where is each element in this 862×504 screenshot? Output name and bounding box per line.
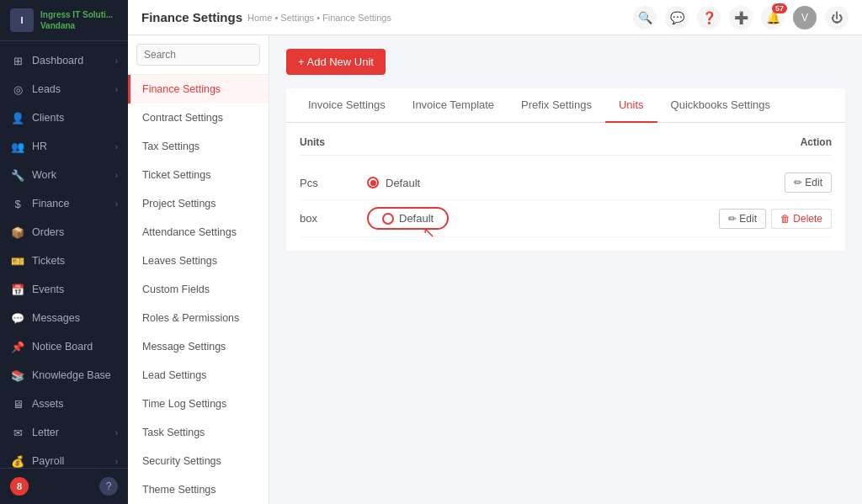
edit-button[interactable]: ✏ Edit	[785, 172, 832, 193]
sidebar-item-dashboard[interactable]: ⊞ Dashboard ›	[0, 46, 128, 75]
settings-nav-attendance-settings[interactable]: Attendance Settings	[128, 218, 269, 247]
sidebar-item-label: Letter	[32, 427, 115, 438]
sidebar-item-tickets[interactable]: 🎫 Tickets	[0, 247, 128, 275]
brand-icon: I	[10, 8, 34, 32]
settings-nav-custom-fields[interactable]: Custom Fields	[128, 275, 269, 304]
payroll-icon: 💰	[10, 454, 25, 468]
unit-name: box	[300, 212, 367, 225]
tab-units[interactable]: Units	[605, 88, 657, 123]
power-icon[interactable]: ⏻	[825, 6, 849, 29]
sidebar-count-badge: 8	[10, 477, 29, 496]
settings-nav-leaves-settings[interactable]: Leaves Settings	[128, 247, 269, 275]
sidebar-item-orders[interactable]: 📦 Orders	[0, 218, 128, 247]
tab-prefix-settings[interactable]: Prefix Settings	[508, 88, 605, 123]
settings-nav-task-settings[interactable]: Task Settings	[128, 418, 269, 447]
sidebar-item-payroll[interactable]: 💰 Payroll ›	[0, 447, 128, 468]
settings-nav-roles-permissions[interactable]: Roles & Permissions	[128, 304, 269, 332]
events-icon: 📅	[10, 282, 25, 297]
edit-button[interactable]: ✏ Edit	[719, 209, 766, 229]
sidebar-item-label: Finance	[32, 198, 115, 210]
brand-name: Ingress IT Soluti...	[40, 9, 113, 20]
table-row: Pcs Default ✏ Edit	[300, 166, 832, 200]
dashboard-icon: ⊞	[10, 53, 25, 68]
settings-nav-contract-settings[interactable]: Contract Settings	[128, 103, 269, 132]
sidebar-bottom: 8 ?	[0, 468, 128, 504]
topbar-left: Finance Settings Home • Settings • Finan…	[141, 10, 391, 24]
sidebar-navigation: ⊞ Dashboard › ◎ Leads › 👤 Clients 👥 HR ›…	[0, 41, 128, 468]
units-table: Units Action Pcs Default ✏ Edit box Defa…	[286, 123, 845, 251]
chevron-right-icon: ›	[115, 142, 118, 151]
breadcrumb: Home • Settings • Finance Settings	[247, 13, 391, 23]
chevron-right-icon: ›	[115, 199, 118, 209]
chevron-right-icon: ›	[115, 56, 118, 66]
settings-nav-security-settings[interactable]: Security Settings	[128, 447, 269, 475]
tab-quickbooks-settings[interactable]: Quickbooks Settings	[657, 88, 785, 123]
sidebar-item-label: Dashboard	[32, 55, 115, 66]
settings-nav-project-settings[interactable]: Project Settings	[128, 189, 269, 218]
tab-bar: Invoice SettingsInvoice TemplatePrefix S…	[286, 88, 845, 123]
sidebar-item-assets[interactable]: 🖥 Assets	[0, 390, 128, 418]
unit-radio-wrap: Default ↖	[367, 207, 719, 230]
sidebar: I Ingress IT Soluti... Vandana ⊞ Dashboa…	[0, 0, 128, 504]
sidebar-item-label: Orders	[32, 226, 118, 238]
sidebar-item-work[interactable]: 🔧 Work ›	[0, 161, 128, 189]
sidebar-item-clients[interactable]: 👤 Clients	[0, 103, 128, 132]
orders-icon: 📦	[10, 225, 25, 240]
radio-button-filled[interactable]	[367, 177, 379, 188]
default-label: Default	[399, 212, 434, 225]
sidebar-item-leads[interactable]: ◎ Leads ›	[0, 75, 128, 103]
settings-nav-time-log-settings[interactable]: Time Log Settings	[128, 390, 269, 418]
sidebar-item-label: Knowledge Base	[32, 369, 118, 381]
sidebar-item-hr[interactable]: 👥 HR ›	[0, 132, 128, 161]
settings-nav-message-settings[interactable]: Message Settings	[128, 332, 269, 361]
table-row: box Default ↖ ✏ Edit 🗑 Delete	[300, 200, 832, 237]
messages-icon: 💬	[10, 310, 25, 326]
units-rows: Pcs Default ✏ Edit box Default ↖ ✏ Edit …	[300, 166, 832, 237]
sidebar-item-label: Work	[32, 169, 115, 181]
topbar: Finance Settings Home • Settings • Finan…	[128, 0, 862, 35]
radio-button[interactable]	[382, 213, 394, 225]
help-circle-icon[interactable]: ❓	[697, 6, 721, 29]
tab-invoice-settings[interactable]: Invoice Settings	[295, 88, 399, 123]
settings-nav-lead-settings[interactable]: Lead Settings	[128, 361, 269, 390]
main-panel: + Add New Unit Invoice SettingsInvoice T…	[269, 35, 862, 504]
sidebar-item-messages[interactable]: 💬 Messages	[0, 304, 128, 332]
settings-nav-tax-settings[interactable]: Tax Settings	[128, 132, 269, 161]
bell-icon[interactable]: 🔔 57	[761, 6, 785, 29]
notification-badge: 57	[772, 3, 787, 13]
units-table-header: Units Action	[300, 136, 832, 156]
sidebar-item-label: Events	[32, 284, 118, 295]
settings-nav-ticket-settings[interactable]: Ticket Settings	[128, 161, 269, 189]
chat-icon[interactable]: 💬	[665, 6, 689, 29]
chevron-right-icon: ›	[115, 85, 118, 94]
sidebar-item-label: Assets	[32, 398, 118, 410]
sidebar-brand: I Ingress IT Soluti... Vandana	[0, 0, 128, 41]
add-new-unit-button[interactable]: + Add New Unit	[286, 49, 386, 75]
sidebar-item-label: Messages	[32, 312, 118, 324]
brand-user: Vandana	[40, 20, 113, 31]
plus-icon[interactable]: ➕	[729, 6, 753, 29]
sidebar-item-label: Payroll	[32, 455, 115, 467]
sidebar-item-events[interactable]: 📅 Events	[0, 275, 128, 304]
settings-nav-theme-settings[interactable]: Theme Settings	[128, 475, 269, 504]
assets-icon: 🖥	[10, 396, 25, 411]
sidebar-item-label: Tickets	[32, 255, 118, 267]
settings-search-input[interactable]	[136, 44, 260, 66]
unit-actions: ✏ Edit 🗑 Delete	[719, 209, 832, 229]
settings-sidebar: Finance SettingsContract SettingsTax Set…	[128, 35, 269, 504]
delete-button[interactable]: 🗑 Delete	[771, 209, 832, 229]
sidebar-item-notice-board[interactable]: 📌 Notice Board	[0, 332, 128, 361]
units-column-header: Units	[300, 136, 325, 148]
topbar-right: 🔍 💬 ❓ ➕ 🔔 57 V ⏻	[633, 6, 849, 29]
sidebar-item-letter[interactable]: ✉ Letter ›	[0, 418, 128, 447]
knowledge-base-icon: 📚	[10, 368, 25, 383]
help-icon[interactable]: ?	[99, 477, 118, 496]
sidebar-item-knowledge-base[interactable]: 📚 Knowledge Base	[0, 361, 128, 390]
avatar[interactable]: V	[793, 6, 817, 29]
hr-icon: 👥	[10, 139, 25, 154]
settings-nav-finance-settings[interactable]: Finance Settings	[128, 75, 269, 103]
search-icon[interactable]: 🔍	[633, 6, 657, 29]
unit-radio-highlighted: Default ↖	[367, 207, 449, 230]
sidebar-item-finance[interactable]: $ Finance ›	[0, 189, 128, 218]
tab-invoice-template[interactable]: Invoice Template	[399, 88, 508, 123]
